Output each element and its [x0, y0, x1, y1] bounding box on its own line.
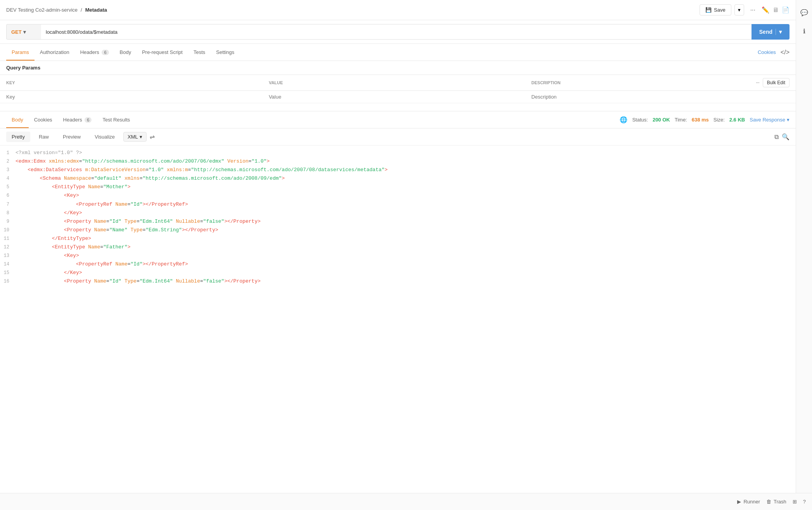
url-input[interactable] — [41, 24, 752, 40]
edit-icon[interactable]: ✏️ — [762, 6, 769, 14]
line-content: </Key> — [16, 269, 796, 277]
code-line: 5 <EntityType Name="Mother"> — [0, 183, 796, 191]
column-more-icon[interactable]: ··· — [756, 80, 759, 85]
trash-icon: 🗑 — [766, 499, 771, 505]
line-number: 6 — [0, 191, 16, 200]
line-number: 12 — [0, 243, 16, 252]
bottom-bar: ▶ Runner 🗑 Trash ⊞ ? — [0, 493, 812, 510]
code-line: 12 <EntityType Name="Father"> — [0, 243, 796, 252]
line-content: <PropertyRef Name="Id"></PropertyRef> — [16, 200, 796, 209]
method-label: GET — [11, 29, 22, 35]
trash-button[interactable]: 🗑 Trash — [766, 499, 786, 505]
format-visualize-button[interactable]: Visualize — [89, 132, 120, 142]
format-raw-button[interactable]: Raw — [33, 132, 54, 142]
xml-format-select[interactable]: XML ▾ — [123, 132, 147, 142]
breadcrumb-current: Metadata — [85, 7, 107, 13]
header-left: DEV Testing Co2-admin-service / Metadata — [6, 7, 107, 13]
code-icon[interactable]: </> — [781, 49, 790, 56]
code-line: 1<?xml version="1.0" ?> — [0, 149, 796, 157]
tab-body[interactable]: Body — [114, 45, 137, 61]
size-value: 2.6 KB — [729, 117, 745, 123]
method-dropdown-arrow: ▾ — [23, 29, 26, 35]
code-line: 9 <Property Name="Id" Type="Edm.Int64" N… — [0, 217, 796, 226]
format-pretty-button[interactable]: Pretty — [6, 132, 30, 142]
save-label: Save — [714, 7, 726, 13]
value-column-header: VALUE — [269, 80, 283, 85]
response-tab-body[interactable]: Body — [6, 112, 29, 128]
response-tabs-bar: Body Cookies Headers 6 Test Results 🌐 St… — [0, 111, 796, 128]
time-value: 638 ms — [692, 117, 709, 123]
code-editor: 1<?xml version="1.0" ?>2<edmx:Edmx xmlns… — [0, 146, 796, 486]
line-content: <Key> — [16, 191, 796, 200]
copy-button[interactable]: ⧉ — [774, 134, 779, 141]
size-label: Size: — [714, 117, 725, 123]
help-button[interactable]: ? — [803, 499, 806, 505]
monitor-icon[interactable]: 🖥 — [772, 7, 779, 14]
runner-icon: ▶ — [737, 499, 741, 505]
response-tab-test-results[interactable]: Test Results — [97, 112, 135, 128]
time-label: Time: — [675, 117, 687, 123]
xml-label: XML — [128, 134, 138, 140]
save-dropdown-button[interactable]: ▾ — [734, 4, 744, 16]
line-number: 11 — [0, 234, 16, 243]
line-number: 1 — [0, 149, 16, 157]
line-number: 13 — [0, 252, 16, 260]
line-number: 7 — [0, 200, 16, 209]
line-number: 10 — [0, 226, 16, 234]
tab-pre-request[interactable]: Pre-request Script — [136, 45, 188, 61]
tab-tests[interactable]: Tests — [188, 45, 211, 61]
xml-dropdown-arrow: ▾ — [140, 134, 142, 140]
line-number: 2 — [0, 157, 16, 166]
filter-icon-button[interactable]: ⇌ — [150, 133, 155, 141]
line-number: 16 — [0, 277, 16, 286]
status-value: 200 OK — [653, 117, 670, 123]
send-button[interactable]: Send ▾ — [752, 24, 790, 40]
line-number: 8 — [0, 209, 16, 217]
line-content: <PropertyRef Name="Id"></PropertyRef> — [16, 260, 796, 269]
code-line: 7 <PropertyRef Name="Id"></PropertyRef> — [0, 200, 796, 209]
runner-label: Runner — [743, 499, 760, 505]
breadcrumb-base: DEV Testing Co2-admin-service — [6, 7, 78, 13]
tab-params[interactable]: Params — [6, 45, 35, 61]
code-line: 10 <Property Name="Name" Type="Edm.Strin… — [0, 226, 796, 234]
doc-icon[interactable]: 📄 — [782, 6, 790, 14]
grid-button[interactable]: ⊞ — [793, 499, 797, 505]
response-tab-headers[interactable]: Headers 6 — [58, 112, 97, 128]
more-options-button[interactable]: ··· — [747, 4, 758, 16]
code-line: 2<edmx:Edmx xmlns:edmx="http://schemas.m… — [0, 157, 796, 166]
header-right: 💾 Save ▾ ··· ✏️ 🖥 📄 — [700, 4, 790, 16]
search-in-response-button[interactable]: 🔍 — [782, 133, 790, 141]
info-icon[interactable]: ℹ — [798, 25, 810, 37]
tab-authorization[interactable]: Authorization — [35, 45, 75, 61]
line-number: 15 — [0, 269, 16, 277]
tab-headers[interactable]: Headers 6 — [75, 45, 114, 61]
comments-icon[interactable]: 💬 — [798, 6, 810, 19]
line-number: 14 — [0, 260, 16, 269]
grid-icon: ⊞ — [793, 499, 797, 505]
send-dropdown-arrow: ▾ — [776, 29, 782, 35]
description-input[interactable] — [531, 94, 790, 100]
format-preview-button[interactable]: Preview — [57, 132, 86, 142]
code-line: 14 <PropertyRef Name="Id"></PropertyRef> — [0, 260, 796, 269]
trash-label: Trash — [774, 499, 786, 505]
line-content: <EntityType Name="Father"> — [16, 243, 796, 252]
request-tabs-bar: Params Authorization Headers 6 Body Pre-… — [0, 44, 796, 61]
tab-settings[interactable]: Settings — [211, 45, 240, 61]
runner-button[interactable]: ▶ Runner — [737, 499, 760, 505]
globe-icon: 🌐 — [620, 116, 627, 123]
floppy-icon: 💾 — [705, 7, 712, 13]
save-response-button[interactable]: Save Response ▾ — [750, 117, 790, 123]
code-line: 4 <Schema Namespace="default" xmlns="htt… — [0, 174, 796, 183]
key-input[interactable] — [6, 94, 256, 100]
line-content: <edmx:DataServices m:DataServiceVersion=… — [16, 166, 796, 174]
value-input[interactable] — [269, 94, 519, 100]
bulk-edit-button[interactable]: Bulk Edit — [763, 78, 790, 87]
cookies-link[interactable]: Cookies — [758, 49, 776, 55]
send-label: Send — [759, 29, 772, 35]
method-select[interactable]: GET ▾ — [6, 24, 41, 40]
format-bar: Pretty Raw Preview Visualize XML ▾ ⇌ ⧉ 🔍 — [0, 128, 796, 146]
line-content: <Property Name="Name" Type="Edm.String">… — [16, 226, 796, 234]
save-button[interactable]: 💾 Save — [700, 4, 731, 16]
response-tab-cookies[interactable]: Cookies — [29, 112, 58, 128]
line-content: <edmx:Edmx xmlns:edmx="http://schemas.mi… — [16, 157, 796, 166]
